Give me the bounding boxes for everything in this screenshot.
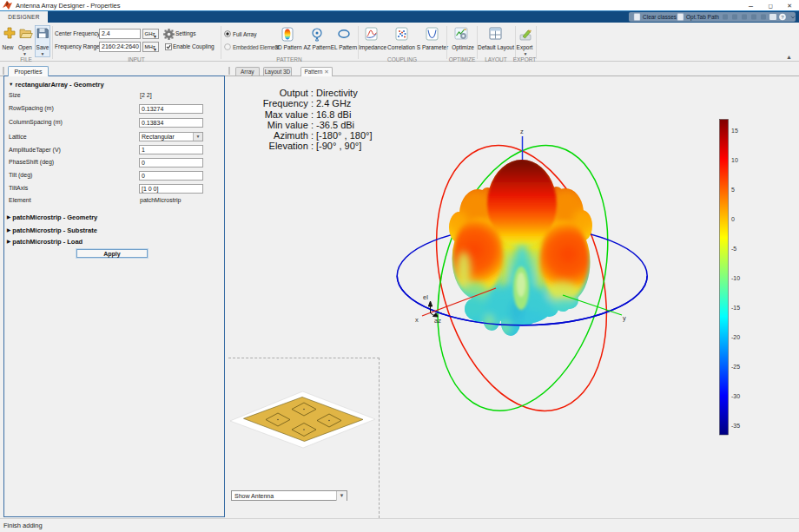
svg-text:x: x bbox=[415, 316, 419, 324]
svg-text:-35: -35 bbox=[731, 423, 740, 429]
svg-text:-10: -10 bbox=[731, 275, 740, 281]
svg-text:15: 15 bbox=[731, 128, 738, 134]
svg-text:z: z bbox=[520, 128, 524, 135]
svg-text:-20: -20 bbox=[731, 334, 740, 340]
svg-text:Opt.Tab Path: Opt.Tab Path bbox=[686, 14, 719, 21]
svg-text:0: 0 bbox=[731, 216, 735, 222]
svg-text:Clear classes: Clear classes bbox=[643, 14, 677, 20]
svg-text:-30: -30 bbox=[731, 393, 740, 399]
svg-text:-15: -15 bbox=[731, 305, 740, 311]
svg-text:y: y bbox=[623, 314, 626, 322]
svg-text:el: el bbox=[423, 293, 428, 301]
svg-text:10: 10 bbox=[731, 157, 738, 163]
svg-text:5: 5 bbox=[731, 187, 735, 193]
svg-text:-5: -5 bbox=[731, 246, 736, 252]
svg-text:az: az bbox=[434, 317, 441, 325]
svg-text:-25: -25 bbox=[731, 364, 740, 370]
